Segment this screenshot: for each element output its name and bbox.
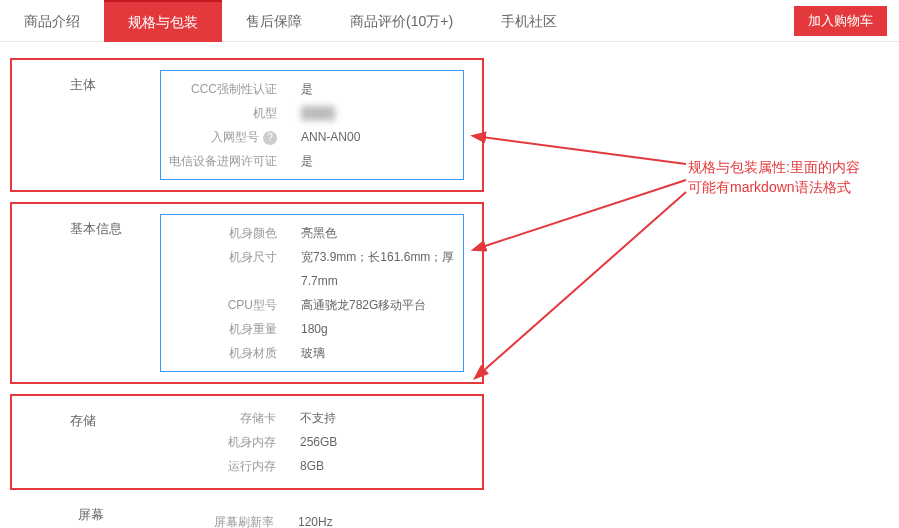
spec-section-3: 屏幕屏幕刷新率120Hz屏幕分辨率FHD+ 2400*1080 像素屏幕特色无屏… (10, 500, 484, 528)
spec-key: 屏幕刷新率 (158, 510, 298, 528)
spec-row: 运行内存8GB (160, 454, 464, 478)
spec-row: 存储卡不支持 (160, 406, 464, 430)
spec-table: CCC强制性认证是机型████入网型号?ANN-AN00电信设备进网许可证是 (160, 70, 464, 180)
spec-row: 机身重量180g (161, 317, 463, 341)
spec-section-1: 基本信息机身颜色亮黑色机身尺寸宽73.9mm；长161.6mm；厚7.7mmCP… (10, 202, 484, 384)
spec-section-title: 基本信息 (70, 220, 122, 238)
spec-value: 180g (301, 317, 463, 341)
spec-value: 120Hz (298, 510, 466, 528)
add-to-cart-button[interactable]: 加入购物车 (794, 6, 887, 36)
annotation-text: 规格与包装属性:里面的内容可能有markdown语法格式 (688, 157, 868, 197)
spec-row: CCC强制性认证是 (161, 77, 463, 101)
spec-key: 电信设备进网许可证 (161, 149, 301, 173)
spec-section-title: 存储 (70, 412, 96, 430)
spec-key: 机型 (161, 101, 301, 125)
spec-key: 机身材质 (161, 341, 301, 365)
spec-key: 存储卡 (160, 406, 300, 430)
spec-content: 主体CCC强制性认证是机型████入网型号?ANN-AN00电信设备进网许可证是… (0, 42, 899, 528)
spec-key: 入网型号? (161, 125, 301, 149)
spec-row: 机身颜色亮黑色 (161, 221, 463, 245)
spec-key: 机身重量 (161, 317, 301, 341)
spec-key: 机身尺寸 (161, 245, 301, 293)
tab-4[interactable]: 手机社区 (477, 0, 581, 42)
spec-table: 存储卡不支持机身内存256GB运行内存8GB (160, 406, 464, 478)
spec-value: 256GB (300, 430, 464, 454)
spec-value: 不支持 (300, 406, 464, 430)
tab-2[interactable]: 售后保障 (222, 0, 326, 42)
spec-section-title: 屏幕 (78, 506, 104, 524)
spec-row: 机身尺寸宽73.9mm；长161.6mm；厚7.7mm (161, 245, 463, 293)
spec-section-0: 主体CCC强制性认证是机型████入网型号?ANN-AN00电信设备进网许可证是 (10, 58, 484, 192)
tab-bar: 商品介绍规格与包装售后保障商品评价(10万+)手机社区 加入购物车 (0, 0, 899, 42)
spec-row: CPU型号高通骁龙782G移动平台 (161, 293, 463, 317)
spec-value: 玻璃 (301, 341, 463, 365)
spec-key: CPU型号 (161, 293, 301, 317)
spec-value: 亮黑色 (301, 221, 463, 245)
spec-value: 是 (301, 149, 463, 173)
spec-value: ████ (301, 101, 463, 125)
tab-1[interactable]: 规格与包装 (104, 0, 222, 42)
spec-row: 机型████ (161, 101, 463, 125)
spec-row: 机身材质玻璃 (161, 341, 463, 365)
spec-value: 8GB (300, 454, 464, 478)
spec-table: 屏幕刷新率120Hz屏幕分辨率FHD+ 2400*1080 像素屏幕特色无屏幕材… (158, 510, 466, 528)
spec-value: 高通骁龙782G移动平台 (301, 293, 463, 317)
tab-3[interactable]: 商品评价(10万+) (326, 0, 477, 42)
spec-table: 机身颜色亮黑色机身尺寸宽73.9mm；长161.6mm；厚7.7mmCPU型号高… (160, 214, 464, 372)
spec-value: 是 (301, 77, 463, 101)
spec-row: 电信设备进网许可证是 (161, 149, 463, 173)
tab-0[interactable]: 商品介绍 (0, 0, 104, 42)
spec-key: CCC强制性认证 (161, 77, 301, 101)
spec-row: 屏幕刷新率120Hz (158, 510, 466, 528)
spec-key: 机身内存 (160, 430, 300, 454)
help-icon[interactable]: ? (263, 131, 277, 145)
spec-key: 运行内存 (160, 454, 300, 478)
spec-section-title: 主体 (70, 76, 96, 94)
spec-section-2: 存储存储卡不支持机身内存256GB运行内存8GB (10, 394, 484, 490)
spec-key: 机身颜色 (161, 221, 301, 245)
spec-row: 机身内存256GB (160, 430, 464, 454)
spec-value: 宽73.9mm；长161.6mm；厚7.7mm (301, 245, 463, 293)
spec-value: ANN-AN00 (301, 125, 463, 149)
spec-row: 入网型号?ANN-AN00 (161, 125, 463, 149)
